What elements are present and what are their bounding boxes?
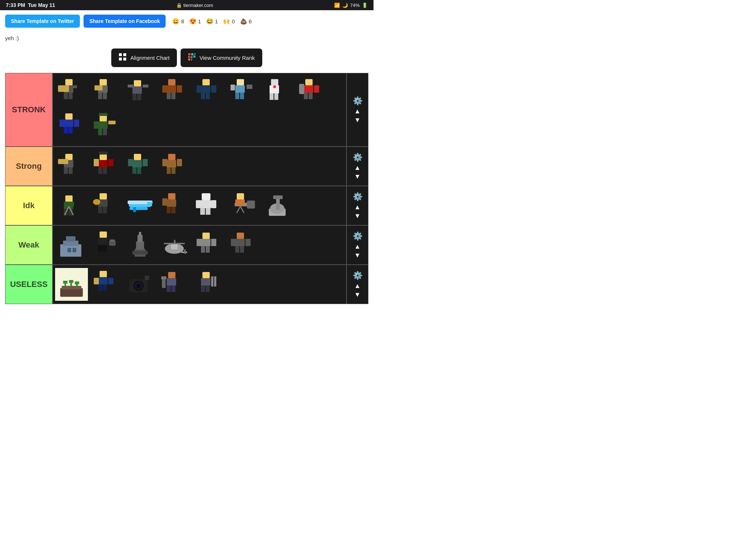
- svg-rect-112: [168, 193, 175, 199]
- move-down-button[interactable]: ▼: [354, 213, 361, 219]
- reaction-happy[interactable]: 😀 8: [172, 18, 184, 25]
- svg-rect-21: [103, 93, 107, 99]
- svg-point-106: [93, 199, 100, 205]
- list-item: [192, 189, 225, 222]
- svg-rect-23: [134, 80, 141, 86]
- move-down-button[interactable]: ▼: [354, 173, 361, 180]
- svg-rect-69: [94, 121, 99, 129]
- svg-rect-135: [66, 236, 76, 241]
- list-item: [55, 110, 88, 143]
- alignment-chart-button[interactable]: Alignment Chart: [111, 48, 177, 67]
- svg-rect-46: [247, 85, 252, 89]
- list-item: [55, 150, 88, 183]
- svg-rect-88: [143, 159, 148, 166]
- svg-rect-128: [235, 199, 245, 206]
- move-up-button[interactable]: ▲: [354, 164, 361, 171]
- community-icon: [188, 53, 196, 63]
- svg-rect-65: [99, 113, 108, 116]
- svg-rect-85: [132, 167, 136, 174]
- svg-rect-155: [202, 233, 210, 239]
- svg-rect-163: [235, 246, 239, 253]
- svg-rect-145: [136, 241, 144, 249]
- list-item: [89, 189, 122, 222]
- svg-rect-6: [194, 53, 196, 55]
- move-up-button[interactable]: ▲: [354, 108, 361, 114]
- gear-icon[interactable]: ⚙️: [353, 96, 363, 106]
- svg-rect-195: [206, 285, 210, 292]
- list-item: [124, 150, 156, 183]
- svg-rect-159: [197, 239, 202, 246]
- lock-icon: 🔒: [176, 3, 182, 8]
- list-item: [295, 76, 328, 109]
- svg-rect-127: [237, 193, 244, 199]
- praise-count: 0: [232, 18, 235, 24]
- reaction-poop[interactable]: 💩 6: [240, 18, 252, 25]
- reaction-laugh[interactable]: 😂 1: [206, 18, 218, 25]
- svg-point-51: [273, 85, 276, 88]
- svg-rect-175: [100, 271, 107, 277]
- svg-rect-62: [59, 120, 65, 127]
- list-item: [89, 150, 122, 183]
- list-item: [89, 268, 122, 301]
- svg-rect-64: [100, 115, 107, 121]
- svg-rect-5: [191, 53, 193, 55]
- happy-count: 8: [181, 18, 184, 24]
- svg-rect-32: [171, 93, 175, 99]
- svg-rect-59: [64, 120, 73, 127]
- svg-rect-77: [99, 152, 108, 155]
- svg-rect-11: [191, 59, 192, 61]
- laugh-count: 1: [215, 18, 218, 24]
- share-twitter-button[interactable]: Share Template on Twitter: [5, 15, 80, 28]
- svg-rect-29: [168, 79, 175, 85]
- happy-emoji: 😀: [172, 18, 179, 25]
- svg-rect-116: [162, 198, 167, 206]
- battery-icon: 🔋: [362, 3, 368, 8]
- svg-rect-87: [128, 159, 133, 166]
- gear-icon[interactable]: ⚙️: [353, 232, 363, 241]
- list-item: [89, 229, 122, 261]
- svg-rect-148: [132, 251, 148, 254]
- svg-rect-35: [202, 79, 210, 85]
- status-right: 📶 🌙 74% 🔋: [334, 3, 368, 8]
- svg-rect-45: [231, 85, 235, 90]
- move-down-button[interactable]: ▼: [354, 291, 361, 298]
- move-up-button[interactable]: ▲: [354, 283, 361, 289]
- svg-rect-56: [299, 84, 304, 94]
- svg-rect-187: [167, 278, 176, 285]
- reaction-praise[interactable]: 🙌 0: [223, 18, 235, 25]
- list-item: [158, 189, 191, 222]
- svg-rect-166: [245, 239, 251, 246]
- svg-rect-25: [132, 94, 136, 100]
- svg-rect-189: [171, 285, 175, 292]
- gear-icon[interactable]: ⚙️: [353, 153, 363, 162]
- tier-row-strong: Strong: [5, 147, 368, 186]
- gear-icon[interactable]: ⚙️: [353, 192, 363, 202]
- tier-row-weak: Weak: [5, 226, 368, 265]
- svg-rect-113: [167, 199, 176, 207]
- reactions-row: 😀 8 😍 1 😂 1 🙌 0 💩 6: [172, 18, 252, 25]
- svg-rect-15: [69, 93, 73, 99]
- svg-point-184: [136, 284, 141, 288]
- tier-controls-stronk: ⚙️ ▲ ▼: [346, 73, 368, 146]
- gear-icon[interactable]: ⚙️: [353, 271, 363, 280]
- svg-rect-96: [65, 195, 73, 202]
- svg-rect-27: [128, 85, 133, 88]
- svg-rect-141: [103, 245, 107, 252]
- svg-rect-142: [109, 241, 116, 246]
- love-count: 1: [198, 18, 201, 24]
- reaction-love[interactable]: 😍 1: [189, 18, 201, 25]
- tier-content-strong: [53, 147, 346, 186]
- share-facebook-button[interactable]: Share Template on Facebook: [84, 15, 166, 28]
- move-down-button[interactable]: ▼: [354, 117, 361, 123]
- tier-list: STRONK: [5, 73, 368, 304]
- svg-rect-124: [247, 201, 255, 209]
- move-up-button[interactable]: ▲: [354, 204, 361, 210]
- svg-rect-192: [202, 272, 210, 278]
- community-rank-button[interactable]: View Community Rank: [181, 48, 262, 67]
- svg-rect-81: [94, 159, 99, 166]
- move-up-button[interactable]: ▲: [354, 243, 361, 250]
- svg-rect-196: [211, 276, 213, 287]
- tier-label-stronk: STRONK: [5, 73, 53, 146]
- move-down-button[interactable]: ▼: [354, 252, 361, 258]
- grid-icon: [119, 53, 127, 63]
